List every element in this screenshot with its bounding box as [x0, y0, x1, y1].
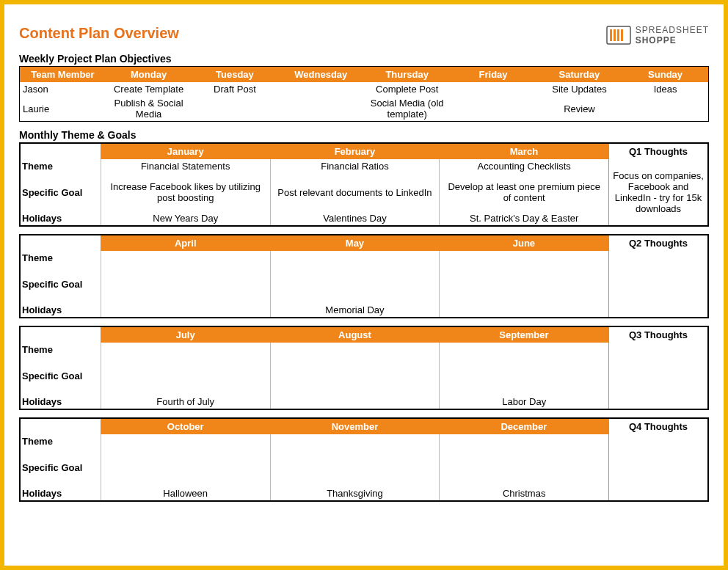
- cell[interactable]: [270, 343, 440, 357]
- month-header: January: [101, 143, 270, 159]
- cell[interactable]: [440, 251, 609, 265]
- cell[interactable]: Halloween: [101, 486, 270, 501]
- cell-member[interactable]: Laurie: [20, 96, 106, 122]
- spreadsheet-icon: [606, 26, 631, 45]
- quarter-3-table: July August September Q3 Thoughts Theme …: [19, 326, 709, 410]
- cell[interactable]: [270, 357, 440, 395]
- row-label-holidays: Holidays: [20, 211, 101, 226]
- cell[interactable]: [440, 448, 609, 486]
- cell[interactable]: Site Updates: [536, 82, 622, 96]
- cell[interactable]: Fourth of July: [101, 395, 270, 409]
- cell[interactable]: Social Media (old template): [364, 96, 450, 122]
- month-header: May: [270, 235, 440, 251]
- holidays-row: Holidays New Years Day Valentines Day St…: [20, 211, 708, 226]
- cell[interactable]: [440, 343, 609, 357]
- cell[interactable]: [270, 434, 440, 448]
- col-team-member: Team Member: [20, 67, 106, 83]
- header-row: Content Plan Overview SPREADSHEET SHOPPE: [19, 25, 709, 45]
- quarter-4-table: October November December Q4 Thoughts Th…: [19, 417, 709, 502]
- cell[interactable]: Accounting Checklists: [440, 159, 609, 173]
- cell[interactable]: [192, 96, 277, 122]
- thoughts-cell[interactable]: [609, 343, 708, 409]
- row-label-goal: Specific Goal: [20, 173, 101, 211]
- cell[interactable]: [101, 357, 270, 395]
- cell[interactable]: [101, 251, 270, 265]
- month-header: October: [101, 418, 270, 434]
- goal-row: Specific Goal: [20, 265, 708, 303]
- theme-row: Theme: [20, 434, 708, 448]
- cell[interactable]: Valentines Day: [270, 211, 440, 226]
- quarter-2-table: April May June Q2 Thoughts Theme Specifi…: [19, 234, 709, 318]
- goal-row: Specific Goal Increase Facebook likes by…: [20, 173, 708, 211]
- cell[interactable]: [270, 448, 440, 486]
- goal-row: Specific Goal: [20, 448, 708, 486]
- thoughts-header: Q3 Thoughts: [609, 326, 708, 343]
- cell[interactable]: Develop at least one premium piece of co…: [440, 173, 609, 211]
- row-label-theme: Theme: [20, 251, 101, 265]
- cell[interactable]: Post relevant documents to LinkedIn: [270, 173, 440, 211]
- month-header: July: [101, 326, 270, 343]
- cell[interactable]: [440, 357, 609, 395]
- cell[interactable]: Publish & Social Media: [106, 96, 192, 122]
- cell[interactable]: [278, 82, 364, 96]
- svg-rect-3: [617, 29, 619, 41]
- cell[interactable]: [440, 303, 609, 318]
- cell[interactable]: Labor Day: [440, 395, 609, 409]
- blank-header: [20, 418, 101, 434]
- cell[interactable]: Create Template: [106, 82, 192, 96]
- cell[interactable]: Financial Ratios: [270, 159, 440, 173]
- thoughts-cell[interactable]: [609, 251, 708, 318]
- thoughts-header: Q4 Thoughts: [609, 418, 708, 434]
- cell[interactable]: Review: [536, 96, 622, 122]
- document-frame: Content Plan Overview SPREADSHEET SHOPPE…: [0, 0, 728, 570]
- cell[interactable]: Memorial Day: [270, 303, 440, 318]
- cell[interactable]: [440, 434, 609, 448]
- month-header: February: [270, 143, 440, 159]
- cell[interactable]: [622, 96, 708, 122]
- cell[interactable]: Complete Post: [364, 82, 450, 96]
- thoughts-cell[interactable]: Focus on companies, Facebook and LinkedI…: [609, 159, 708, 226]
- row-label-holidays: Holidays: [20, 303, 101, 318]
- thoughts-header: Q2 Thoughts: [609, 235, 708, 251]
- theme-row: Theme Financial Statements Financial Rat…: [20, 159, 708, 173]
- row-label-goal: Specific Goal: [20, 448, 101, 486]
- weekly-section-label: Weekly Project Plan Objectives: [19, 53, 709, 65]
- cell[interactable]: St. Patrick's Day & Easter: [440, 211, 609, 226]
- cell[interactable]: [278, 96, 364, 122]
- cell[interactable]: [101, 343, 270, 357]
- month-header: December: [440, 418, 609, 434]
- cell[interactable]: [101, 303, 270, 318]
- cell[interactable]: Ideas: [622, 82, 708, 96]
- cell[interactable]: Financial Statements: [101, 159, 270, 173]
- cell[interactable]: [440, 265, 609, 303]
- svg-rect-2: [614, 29, 616, 41]
- weekly-header-row: Team Member Monday Tuesday Wednesday Thu…: [20, 67, 709, 83]
- blank-header: [20, 326, 101, 343]
- holidays-row: Holidays Halloween Thanksgiving Christma…: [20, 486, 708, 501]
- cell[interactable]: Draft Post: [192, 82, 277, 96]
- cell-member[interactable]: Jason: [20, 82, 106, 96]
- cell[interactable]: [450, 96, 536, 122]
- cell[interactable]: [270, 251, 440, 265]
- cell[interactable]: [101, 448, 270, 486]
- cell[interactable]: [101, 265, 270, 303]
- cell[interactable]: [101, 434, 270, 448]
- row-label-theme: Theme: [20, 343, 101, 357]
- thoughts-cell[interactable]: [609, 434, 708, 501]
- cell[interactable]: [450, 82, 536, 96]
- cell[interactable]: Thanksgiving: [270, 486, 440, 501]
- cell[interactable]: Increase Facebook likes by utilizing pos…: [101, 173, 270, 211]
- cell[interactable]: [270, 395, 440, 409]
- cell[interactable]: Christmas: [440, 486, 609, 501]
- row-label-goal: Specific Goal: [20, 357, 101, 395]
- cell[interactable]: [270, 265, 440, 303]
- svg-rect-4: [621, 29, 623, 41]
- cell[interactable]: New Years Day: [101, 211, 270, 226]
- blank-header: [20, 143, 101, 159]
- theme-row: Theme: [20, 343, 708, 357]
- col-monday: Monday: [106, 67, 192, 83]
- month-header: August: [270, 326, 440, 343]
- holidays-row: Holidays Memorial Day: [20, 303, 708, 318]
- col-friday: Friday: [450, 67, 536, 83]
- col-thursday: Thursday: [364, 67, 450, 83]
